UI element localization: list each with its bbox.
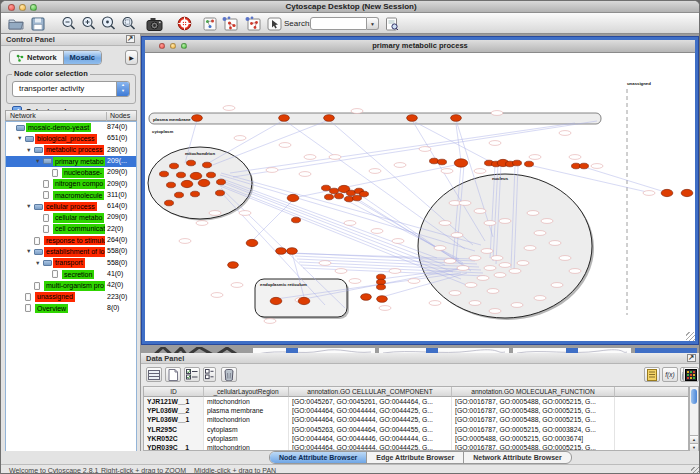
graph-label-node[interactable]	[419, 147, 431, 152]
graph-label-node[interactable]	[474, 169, 486, 174]
graph-label-node[interactable]	[371, 229, 383, 234]
graph-label-node[interactable]	[279, 143, 291, 148]
zoom-in-button[interactable]	[79, 15, 97, 32]
graph-label-node[interactable]	[499, 219, 511, 224]
table-cell[interactable]: cytoplasm	[204, 434, 289, 443]
graph-node[interactable]	[407, 115, 418, 122]
graph-node[interactable]	[170, 163, 179, 169]
graph-label-node[interactable]	[534, 296, 546, 301]
delete-attribute-button[interactable]	[221, 367, 237, 382]
tree-node-label[interactable]: biological_process	[35, 134, 97, 144]
graph-label-node[interactable]	[439, 221, 451, 226]
graph-node[interactable]	[207, 172, 216, 178]
table-cell[interactable]: YKR052C	[144, 434, 204, 443]
scroll-up-icon[interactable]: ▲	[690, 435, 698, 443]
graph-node[interactable]	[377, 284, 386, 290]
table-column-header[interactable]: annotation.GO CELLULAR_COMPONENT	[289, 387, 452, 397]
tree-row[interactable]: secretion41(0)	[6, 269, 136, 280]
graph-label-node[interactable]	[551, 283, 563, 288]
unselect-attributes-button[interactable]	[203, 367, 216, 382]
table-cell[interactable]: YLR295C	[144, 425, 204, 434]
expand-arrow-icon[interactable]: ▼	[17, 135, 22, 141]
graph-node[interactable]	[513, 160, 522, 166]
graph-label-node[interactable]	[469, 256, 481, 261]
graph-label-node[interactable]	[349, 279, 361, 284]
table-vscrollbar[interactable]: ▲ ▼	[689, 386, 699, 451]
graph-label-node[interactable]	[524, 246, 536, 251]
graph-label-node[interactable]	[211, 293, 223, 298]
table-cell[interactable]: [GO:0016787, GO:0005488, GO:0005215, G..…	[452, 443, 615, 451]
graph-label-node[interactable]	[569, 269, 581, 274]
graph-node[interactable]	[322, 185, 331, 191]
graph-label-node[interactable]	[335, 269, 347, 274]
node-color-dropdown[interactable]: transporter activity ▲▼	[12, 81, 130, 97]
graph-label-node[interactable]	[449, 291, 461, 296]
tree-node-label[interactable]: multi-organism pro	[44, 281, 105, 291]
graph-label-node[interactable]	[319, 261, 331, 266]
tree-row[interactable]: cell communicat22(0)	[6, 224, 136, 235]
graph-label-node[interactable]	[389, 269, 401, 274]
region-plasma-membrane[interactable]	[149, 113, 601, 124]
tree-col-network[interactable]: Network	[10, 112, 36, 119]
table-cell[interactable]: [GO:0045263, GO:0044464, GO:0044455, G..…	[289, 425, 452, 434]
graph-node[interactable]	[287, 194, 299, 201]
tree-row[interactable]: ▼cellular process614(0)	[6, 201, 136, 212]
graph-label-node[interactable]	[264, 319, 276, 324]
table-cell[interactable]: [GO:0044464, GO:0044444, GO:0044425, G..…	[289, 443, 452, 451]
tree-row[interactable]: ▼metabolic process280(0)	[6, 145, 136, 156]
graph-label-node[interactable]	[569, 155, 581, 160]
tree-node-label[interactable]: establishment of lo	[44, 247, 105, 257]
graph-label-node[interactable]	[266, 168, 278, 173]
tree-node-label[interactable]: unassigned	[35, 292, 75, 302]
graph-node[interactable]	[175, 192, 184, 198]
network-canvas[interactable]: plasma membranecytoplasmmitochondrionnuc…	[145, 53, 695, 341]
graph-node[interactable]	[287, 248, 298, 255]
window-resize-grip[interactable]	[691, 467, 700, 474]
tree-node-label[interactable]: transport	[53, 258, 85, 268]
graph-node[interactable]	[167, 182, 176, 188]
graph-label-node[interactable]	[231, 283, 243, 288]
tree-node-label[interactable]: metabolic process	[44, 145, 104, 155]
tree-node-label[interactable]: nitrogen compo	[53, 179, 105, 189]
tree-node-label[interactable]: nucleobase-	[62, 168, 104, 178]
graph-node[interactable]	[217, 179, 226, 185]
new-attribute-button[interactable]	[165, 367, 181, 382]
table-cell[interactable]: YDR039C__1	[144, 443, 204, 451]
graph-node[interactable]	[430, 158, 439, 164]
tree-row[interactable]: response to stimulu264(0)	[6, 235, 136, 246]
scrollbar-thumb[interactable]	[691, 389, 697, 404]
graph-label-node[interactable]	[489, 141, 501, 146]
graph-node[interactable]	[181, 180, 193, 187]
graph-label-node[interactable]	[509, 269, 521, 274]
graph-label-node[interactable]	[179, 239, 191, 244]
graph-label-node[interactable]	[559, 256, 571, 261]
graph-label-node[interactable]	[517, 261, 529, 266]
graph-node[interactable]	[360, 191, 369, 197]
graph-node[interactable]	[190, 172, 202, 179]
graph-label-node[interactable]	[329, 155, 341, 160]
graph-node[interactable]	[454, 159, 468, 167]
graph-node[interactable]	[661, 189, 673, 196]
graph-label-node[interactable]	[299, 172, 311, 177]
graph-label-node[interactable]	[491, 256, 503, 261]
tree-row[interactable]: macromolecule311(0)	[6, 190, 136, 201]
graph-node[interactable]	[187, 160, 196, 166]
zoom-out-button[interactable]	[59, 15, 77, 32]
graph-label-node[interactable]	[459, 201, 471, 206]
table-cell[interactable]: mitochondrion	[204, 415, 289, 424]
table-column-header[interactable]: _cellularLayoutRegion	[204, 387, 289, 397]
network-overview-button[interactable]	[201, 15, 219, 32]
graph-label-node[interactable]	[379, 306, 391, 311]
table-cell[interactable]: plasma membrane	[204, 406, 289, 415]
graph-node[interactable]	[203, 162, 212, 168]
tab-mosaic[interactable]: Mosaic	[63, 51, 101, 64]
select-attributes-button[interactable]	[184, 367, 200, 382]
graph-node[interactable]	[191, 191, 200, 197]
graph-node[interactable]	[177, 172, 186, 178]
table-cell[interactable]: [GO:0016787, GO:0005488, GO:0005215, G..…	[452, 415, 615, 424]
graph-node[interactable]	[572, 163, 581, 169]
graph-label-node[interactable]	[451, 233, 463, 238]
graph-label-node[interactable]	[429, 301, 441, 306]
graph-node[interactable]	[165, 200, 174, 206]
table-cell[interactable]: [GO:0016787, GO:0005488, GO:0005215, G..…	[452, 397, 615, 406]
